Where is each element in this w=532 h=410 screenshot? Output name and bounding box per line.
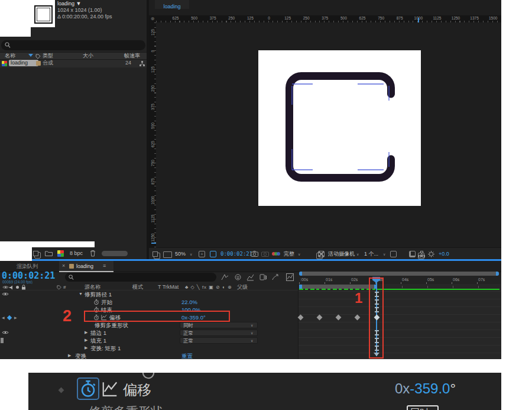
row-label[interactable]: 变换: [75, 353, 86, 359]
tab-timeline-loading[interactable]: × loading ≡: [59, 261, 113, 272]
viewer-timecode[interactable]: 0:00:02:21: [220, 251, 252, 257]
time-navigator-start-handle[interactable]: [299, 272, 302, 276]
hruler-label: 250: [299, 16, 313, 20]
solo-icon[interactable]: [16, 286, 19, 289]
camera-view-value[interactable]: 活动摄像机: [328, 251, 355, 257]
label-tag-icon[interactable]: [35, 54, 41, 59]
flowchart-icon[interactable]: [419, 251, 425, 257]
always-preview-icon[interactable]: [154, 253, 160, 259]
tab-comp-chip: [69, 264, 74, 269]
graph-icon[interactable]: [102, 381, 118, 397]
timeline-row[interactable]: 修剪多重形状同时∨: [0, 321, 501, 329]
timeline-row[interactable]: ▶填充 1正常∨: [0, 337, 501, 344]
close-icon[interactable]: ×: [62, 263, 65, 269]
tab-render-queue[interactable]: 渲染队列: [17, 263, 38, 270]
viewer-tab[interactable]: loading: [155, 0, 189, 9]
canvas-white-strip: [0, 241, 95, 247]
twirl-icon[interactable]: ▶: [68, 353, 71, 358]
comp-name[interactable]: loading ▼: [57, 1, 81, 7]
show-snapshot-icon[interactable]: [261, 251, 269, 257]
panel-menu-icon[interactable]: ≡: [103, 263, 106, 269]
row-value[interactable]: 22.0%: [181, 299, 197, 305]
audio-icon[interactable]: [9, 285, 14, 290]
new-folder-icon[interactable]: [45, 250, 53, 256]
composition-color-icon: [2, 61, 7, 66]
column-mode[interactable]: 模式: [132, 284, 143, 290]
region-of-interest-icon[interactable]: [210, 251, 216, 257]
lock-icon[interactable]: [21, 285, 26, 290]
interpret-footage-icon[interactable]: [34, 252, 41, 259]
project-bottom-bar: 8 bpc: [32, 247, 147, 259]
timeline-row[interactable]: ▶变换: 矩形 1: [0, 344, 501, 352]
resolution-value[interactable]: 完整: [284, 251, 294, 257]
timeline-row[interactable]: ▶描边 1正常∨: [0, 329, 501, 337]
timeline-row[interactable]: 结束100.0%: [0, 306, 501, 314]
project-search-input[interactable]: [1, 40, 145, 50]
exposure-gear-icon[interactable]: [428, 251, 434, 257]
keyframe-add-diamond-icon[interactable]: [7, 315, 12, 319]
timeline-row[interactable]: ▶变换重置: [0, 352, 501, 359]
share-view-icon[interactable]: [390, 251, 397, 257]
camera-caret-icon[interactable]: ∨: [356, 252, 359, 256]
row-dropdown[interactable]: 同时∨: [180, 322, 258, 328]
eye-icon[interactable]: [2, 292, 9, 296]
item-name[interactable]: loading: [9, 60, 38, 66]
view-layout-value[interactable]: 1 个...: [364, 251, 378, 257]
twirl-icon[interactable]: ▶: [85, 338, 87, 343]
column-source-name[interactable]: 源名称: [85, 284, 100, 290]
timeline-row[interactable]: ▼修剪路径 1: [0, 290, 501, 298]
column-parent[interactable]: 父级: [237, 284, 248, 290]
row-dropdown[interactable]: 正常∨: [180, 330, 258, 336]
time-navigator-bar[interactable]: [299, 272, 499, 276]
sort-arrow-icon[interactable]: [28, 54, 33, 57]
stopwatch-icon[interactable]: [93, 299, 99, 305]
column-type[interactable]: 类型: [43, 53, 53, 59]
twirl-icon[interactable]: ▼: [79, 292, 83, 296]
timeline-ruler[interactable]: :00s01s02s03s04s05s06s07s: [0, 277, 501, 284]
row-value[interactable]: 重置: [181, 353, 193, 359]
choose-grid-icon[interactable]: +: [199, 251, 205, 257]
item-label-chip[interactable]: [36, 61, 41, 66]
timeline-row[interactable]: ◀▶偏移0x-359.0°: [0, 314, 501, 321]
second-tick: [453, 286, 453, 288]
offset-value[interactable]: 0x-359.0°: [395, 380, 456, 397]
fast-previews-icon[interactable]: [409, 251, 416, 257]
offset-label[interactable]: 偏移: [123, 380, 151, 399]
transparency-grid-icon[interactable]: [318, 251, 325, 257]
view-layout-caret-icon[interactable]: ∨: [383, 252, 385, 256]
column-trkmat[interactable]: T TrkMat: [158, 284, 179, 290]
vertical-ruler[interactable]: 1250125250375500625750875100011251250: [149, 22, 156, 247]
work-area-start-handle[interactable]: [299, 285, 302, 289]
eye-icon[interactable]: [2, 330, 9, 335]
column-size[interactable]: 大小: [83, 53, 93, 59]
snapshot-camera-icon[interactable]: [251, 251, 258, 257]
bit-depth[interactable]: 8 bpc: [70, 250, 83, 257]
column-name[interactable]: 名称: [5, 53, 15, 59]
time-navigator-end-handle[interactable]: [496, 272, 499, 276]
label-tag-icon[interactable]: [57, 285, 61, 290]
tl-ruler-label: 02s: [351, 277, 358, 282]
primary-viewer-icon[interactable]: [163, 251, 172, 258]
horizontal-ruler[interactable]: 6255003752501250125250375500625750875100…: [156, 15, 501, 22]
column-fps[interactable]: 帧速率: [124, 53, 140, 59]
timeline-row[interactable]: 开始22.0%: [0, 298, 501, 306]
resolution-caret-icon[interactable]: ∨: [298, 252, 300, 256]
new-composition-icon[interactable]: [57, 250, 64, 257]
trash-icon[interactable]: [90, 250, 96, 257]
twirl-icon[interactable]: ▶: [85, 346, 87, 350]
exposure-value[interactable]: +0.0: [439, 251, 449, 257]
composition-canvas[interactable]: [258, 50, 421, 206]
twirl-icon[interactable]: ▶: [85, 330, 87, 335]
row-dropdown[interactable]: 正常∨: [180, 337, 258, 344]
column-switches[interactable]: ♣ ◇ ╲ fx ▣ ⊘ ◐ ⊕: [185, 285, 232, 290]
work-area-bar[interactable]: [299, 285, 377, 289]
keyframe-prev-icon[interactable]: ◀: [2, 315, 5, 319]
stopwatch-highlight-box[interactable]: [77, 377, 99, 400]
ruler-corner[interactable]: ⊕: [149, 15, 156, 22]
magnification-caret-icon[interactable]: ∨: [190, 252, 192, 256]
keyframe-next-icon[interactable]: ▶: [14, 315, 17, 319]
panel-scrollbar[interactable]: [102, 251, 128, 256]
magnification-value[interactable]: 50%: [175, 251, 186, 257]
eye-icon[interactable]: [2, 285, 9, 289]
project-item-row[interactable]: loading 合成 24: [0, 60, 147, 67]
